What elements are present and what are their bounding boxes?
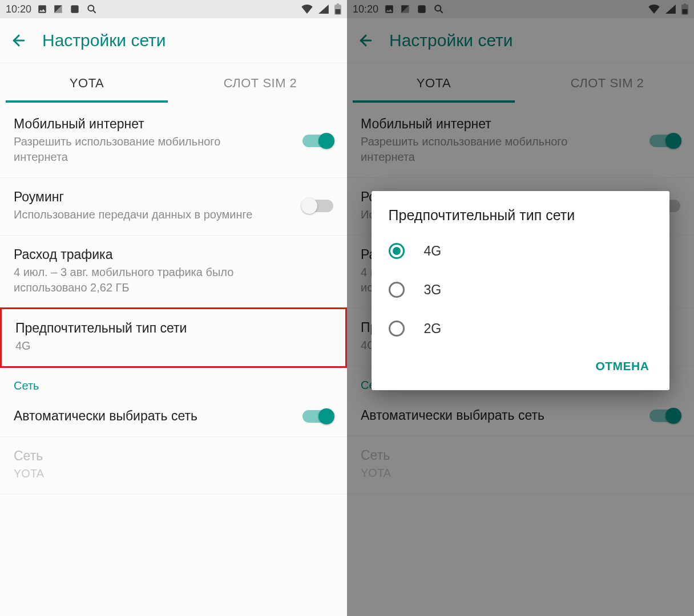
image-icon [37,4,47,14]
preferred-network-dialog: Предпочтительный тип сети 4G 3G 2G ОТМЕН… [372,191,670,390]
radio-icon [389,282,405,298]
radio-label: 4G [424,244,442,259]
item-subtitle: YOTA [14,466,44,481]
search-icon [86,3,98,15]
item-title: Роуминг [14,189,252,205]
signal-icon [318,5,329,14]
tab-sim2[interactable]: СЛОТ SIM 2 [174,63,347,103]
app-bar: Настройки сети [0,18,347,63]
radio-icon [389,321,405,337]
item-title: Автоматически выбирать сеть [14,408,197,424]
radio-label: 3G [424,282,442,298]
item-auto-select-network[interactable]: Автоматически выбирать сеть [0,397,347,437]
item-title: Мобильный интернет [14,116,259,132]
item-subtitle: Использование передачи данных в роуминге [14,207,252,222]
item-title: Предпочтительный тип сети [15,321,187,336]
toggle-mobile-data[interactable] [302,135,333,147]
toggle-auto-select[interactable] [302,410,333,423]
modal-overlay[interactable]: Предпочтительный тип сети 4G 3G 2G ОТМЕН… [347,0,694,616]
item-data-usage[interactable]: Расход трафика 4 июл. – 3 авг. мобильног… [0,236,347,309]
toggle-roaming[interactable] [302,200,333,212]
back-arrow-icon[interactable] [10,32,27,49]
svg-rect-2 [336,9,341,14]
phone-left: 10:20 Настройки сети YOTA СЛОТ SIM 2 Моб… [0,0,347,616]
item-preferred-network[interactable]: Предпочтительный тип сети 4G [0,307,347,368]
item-title: Расход трафика [14,247,259,262]
battery-icon [334,3,341,15]
radio-label: 2G [424,321,442,337]
settings-list: Мобильный интернет Разрешить использован… [0,103,347,616]
section-header-network: Сеть [0,367,347,397]
item-subtitle: Разрешить использование мобильного интер… [14,134,259,165]
svg-point-1 [88,5,94,11]
item-mobile-data[interactable]: Мобильный интернет Разрешить использован… [0,105,347,178]
radio-option-4g[interactable]: 4G [372,232,670,270]
item-network-fixed: Сеть YOTA [0,437,347,495]
svg-rect-0 [71,5,78,13]
square-icon [69,3,80,15]
page-title: Настройки сети [42,31,166,50]
status-time: 10:20 [6,3,31,15]
sim-tabs: YOTA СЛОТ SIM 2 [0,63,347,103]
item-roaming[interactable]: Роуминг Использование передачи данных в … [0,178,347,236]
radio-option-3g[interactable]: 3G [372,270,670,309]
status-bar: 10:20 [0,0,347,18]
item-title: Сеть [14,448,44,464]
cancel-button[interactable]: ОТМЕНА [588,354,656,379]
phone-right: 10:20 Настройки сети YOTA СЛОТ SIM 2 Моб… [347,0,694,616]
item-subtitle: 4G [15,338,187,354]
radio-icon [389,243,405,259]
image2-icon [53,4,63,14]
dialog-title: Предпочтительный тип сети [372,207,670,232]
item-subtitle: 4 июл. – 3 авг. мобильного трафика было … [14,265,259,295]
wifi-icon [301,5,313,14]
tab-yota[interactable]: YOTA [0,63,174,103]
radio-option-2g[interactable]: 2G [372,309,670,348]
